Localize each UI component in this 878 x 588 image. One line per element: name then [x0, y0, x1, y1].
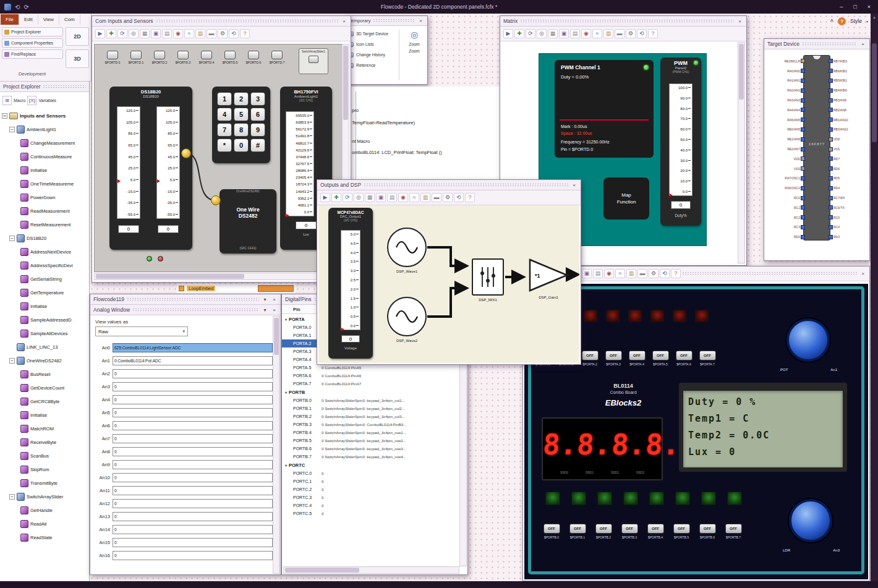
- tab-file[interactable]: File: [1, 14, 19, 25]
- dsp-mixer-component[interactable]: [472, 258, 504, 296]
- camera-icon[interactable]: ◉: [581, 29, 591, 38]
- tree-item-GetDeviceCount[interactable]: GetDeviceCount: [2, 381, 88, 394]
- pin-row-PORTC.2[interactable]: PORTC.20: [282, 485, 460, 493]
- option-reference[interactable]: Reference: [346, 60, 398, 70]
- horizontal-scrollbar[interactable]: [283, 566, 459, 574]
- box-icon[interactable]: ▣: [559, 29, 569, 38]
- analog-value-An6[interactable]: 0: [113, 421, 273, 430]
- pin-RC1[interactable]: [801, 205, 805, 210]
- pan-icon[interactable]: ✚: [331, 193, 341, 202]
- dsp-gain-component[interactable]: *1: [529, 257, 569, 293]
- off-button[interactable]: OFF: [652, 351, 669, 360]
- window-titlebar[interactable]: Flowcode119 ▾ ×: [90, 294, 281, 305]
- port-group-PORTB[interactable]: ▾PORTB: [282, 388, 460, 396]
- window-titlebar[interactable]: Com Inputs and Sensors ×: [92, 16, 351, 27]
- pot-knob[interactable]: [786, 318, 830, 362]
- ruler-icon[interactable]: ▬: [432, 193, 441, 202]
- board-switch[interactable]: OFF$PORTB.4: [644, 524, 667, 539]
- layers-icon[interactable]: ▤: [593, 269, 603, 278]
- pin-RC5[interactable]: [829, 215, 833, 219]
- camera-icon[interactable]: ◉: [173, 29, 183, 38]
- chevron-down-icon[interactable]: ▾: [262, 297, 268, 302]
- variables-icon[interactable]: {X}: [27, 96, 36, 105]
- pin-RE3/MCLR[interactable]: [801, 59, 805, 63]
- connection-node[interactable]: [211, 195, 221, 205]
- ldr-knob[interactable]: [789, 499, 832, 542]
- pin-row-PORTC.1[interactable]: PORTC.10: [282, 477, 460, 485]
- onewire-ds2482-component[interactable]: OneWireDS2482 One Wire DS2482 (I2C CH1): [219, 189, 276, 254]
- settings-icon[interactable]: ⚙: [649, 269, 658, 278]
- wave-icon[interactable]: ≈: [592, 29, 602, 38]
- tree-group-DS18B20[interactable]: −DS18B20: [2, 231, 88, 245]
- board-switch[interactable]: OFF$PORTB.1: [566, 524, 589, 539]
- pin-row-PORTB.6[interactable]: PORTB.60 SwitchArraySliderSpin3: keypad_…: [282, 445, 460, 453]
- option-icon-lists[interactable]: Icon Lists: [346, 39, 398, 49]
- pin-RC2[interactable]: [801, 215, 805, 219]
- board-switch[interactable]: OFF$PORTA.4: [626, 351, 648, 366]
- tree-item-SampleAllDevices[interactable]: SampleAllDevices: [2, 326, 88, 340]
- keypad-key-0[interactable]: 0: [234, 138, 249, 152]
- settings-icon[interactable]: ⚙: [443, 193, 453, 202]
- select-icon[interactable]: ▶: [503, 29, 513, 38]
- analog-value-An2[interactable]: 0: [113, 369, 273, 378]
- board-switch[interactable]: OFF$PORTB.3: [618, 524, 641, 539]
- dsp-wave1-component[interactable]: [387, 228, 427, 267]
- pin-RC3[interactable]: [801, 225, 805, 229]
- analog-value-An15[interactable]: 0: [113, 538, 273, 547]
- switch-button[interactable]: [130, 51, 142, 59]
- box-icon[interactable]: ▣: [582, 269, 592, 278]
- pin-RB3/AN9[interactable]: [829, 98, 833, 103]
- expander-icon[interactable]: −: [9, 494, 15, 500]
- switch-button[interactable]: [177, 51, 189, 59]
- scrollbar-thumb[interactable]: [343, 46, 348, 120]
- panel-switch[interactable]: $PORTD.7: [266, 51, 288, 64]
- help-icon[interactable]: ?: [838, 17, 846, 25]
- collapse-ribbon-icon[interactable]: ^: [830, 18, 833, 24]
- refresh-icon[interactable]: ⟲: [660, 269, 670, 278]
- tree-item-Initialise[interactable]: Initialise: [2, 163, 88, 177]
- pin-RA2/AN2[interactable]: [801, 88, 805, 93]
- vertical-scrollbar[interactable]: [273, 316, 280, 574]
- board-switch[interactable]: OFF$PORTA.3: [602, 351, 624, 366]
- expander-icon[interactable]: −: [9, 358, 15, 364]
- pin-RD6[interactable]: [829, 166, 833, 171]
- analog-value-An7[interactable]: 0: [113, 434, 273, 443]
- tree-item-ReadAll[interactable]: ReadAll: [2, 517, 88, 530]
- close-icon[interactable]: ×: [736, 19, 743, 24]
- select-icon[interactable]: ▶: [320, 193, 330, 202]
- option-change-history[interactable]: Change History: [346, 49, 398, 60]
- scrollbar-thumb[interactable]: [872, 43, 877, 142]
- keypad-key-6[interactable]: 6: [250, 108, 265, 121]
- board-switch[interactable]: OFF$PORTA.5: [649, 351, 671, 366]
- off-button[interactable]: OFF: [676, 351, 693, 360]
- wave-icon[interactable]: ≈: [184, 29, 194, 38]
- pin-row-PORTC.5[interactable]: PORTC.50: [282, 509, 460, 518]
- tree-item-ScanBus[interactable]: ScanBus: [2, 449, 88, 462]
- ds18b20-component[interactable]: DS18B20 DS18B20 125.0105.085.065.045.025…: [109, 87, 192, 250]
- panel-switch[interactable]: $PORTD.3: [173, 51, 194, 64]
- 2d-panel-button[interactable]: 2D: [66, 27, 89, 46]
- pin-RD4[interactable]: [829, 186, 833, 190]
- tab-view[interactable]: View: [38, 14, 59, 25]
- rotate-icon[interactable]: ⟳: [117, 29, 127, 38]
- analog-value-An8[interactable]: 0: [113, 447, 273, 456]
- close-button[interactable]: ×: [867, 4, 871, 10]
- settings-icon[interactable]: ⚙: [626, 29, 636, 38]
- help-icon[interactable]: ?: [671, 269, 681, 278]
- chart-icon[interactable]: ▥: [626, 269, 636, 278]
- pin-RC6/TX[interactable]: [829, 205, 833, 210]
- tree-group-SwitchArraySlider[interactable]: −SwitchArraySlider: [2, 490, 88, 503]
- off-button[interactable]: OFF: [621, 524, 638, 534]
- pin-RB5/KBI1[interactable]: [829, 79, 833, 83]
- pin-row-PORTA.6[interactable]: PORTA.60 ComboBL0114:PinA6: [282, 372, 460, 380]
- pin-RA4/AN4[interactable]: [801, 108, 805, 112]
- switch-button[interactable]: [248, 51, 259, 59]
- pin-VDD[interactable]: [829, 137, 833, 142]
- camera-icon[interactable]: ◉: [398, 193, 408, 202]
- scrollbar-thumb[interactable]: [274, 318, 279, 355]
- panel-switch[interactable]: $PORTD.6: [243, 51, 264, 64]
- box-icon[interactable]: ▣: [376, 193, 386, 202]
- expander-icon[interactable]: −: [9, 127, 15, 132]
- pin-row-PORTB.0[interactable]: PORTB.00 SwitchArraySliderSpin3: keypad_…: [282, 396, 460, 404]
- temperature-scale[interactable]: 125.0105.085.065.045.025.05.0-15.0-35.0-…: [117, 106, 140, 219]
